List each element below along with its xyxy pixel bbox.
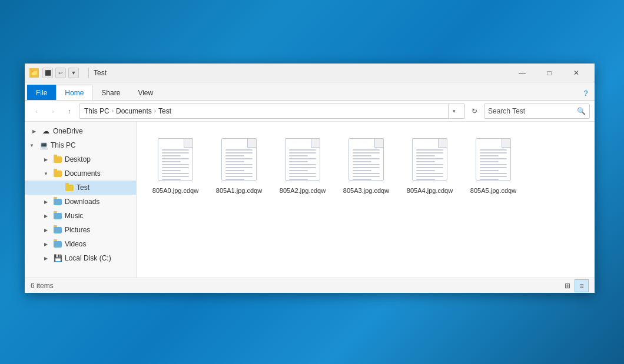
explorer-window: 📁 ⬛ ↩ ▼ Test — □ ✕ File Home Share View … xyxy=(25,64,595,293)
doc-icon xyxy=(158,138,193,181)
tab-share[interactable]: Share xyxy=(92,85,129,100)
doc-line-short xyxy=(289,161,308,162)
doc-line xyxy=(480,152,507,153)
address-box[interactable]: This PC › Documents › Test ▾ xyxy=(79,103,465,119)
doc-line xyxy=(225,152,253,153)
expander-pictures: ▶ xyxy=(41,225,51,235)
quick-access-toolbar: ⬛ ↩ ▼ xyxy=(42,68,79,78)
quick-btn-2[interactable]: ↩ xyxy=(55,68,66,78)
address-dropdown-btn[interactable]: ▾ xyxy=(448,103,460,119)
sidebar-item-documents[interactable]: ▼ Documents xyxy=(25,166,136,181)
sidebar-item-test[interactable]: ▶ Test xyxy=(25,181,136,195)
breadcrumb-documents[interactable]: Documents xyxy=(116,107,152,115)
doc-line xyxy=(353,173,380,174)
test-folder-icon xyxy=(65,183,74,192)
doc-line-short xyxy=(162,155,181,156)
doc-line xyxy=(353,149,380,151)
doc-line xyxy=(353,176,380,177)
doc-line-short xyxy=(480,155,499,156)
minimize-button[interactable]: — xyxy=(509,64,536,82)
sidebar-item-music[interactable]: ▶ Music xyxy=(25,209,136,223)
doc-line-short xyxy=(480,179,499,180)
close-button[interactable]: ✕ xyxy=(563,64,590,82)
search-box[interactable]: Search Test 🔍 xyxy=(484,103,590,119)
file-name: 805A2.jpg.cdqw xyxy=(280,186,326,195)
doc-line-short xyxy=(353,155,371,156)
sidebar-label-documents: Documents xyxy=(65,169,101,178)
doc-line xyxy=(225,164,253,165)
doc-line xyxy=(480,158,507,159)
breadcrumb-this-pc[interactable]: This PC xyxy=(84,107,109,115)
refresh-button[interactable]: ↻ xyxy=(467,104,482,118)
breadcrumb-test[interactable]: Test xyxy=(158,107,171,115)
doc-line-short xyxy=(162,161,181,162)
sidebar-label-local-disk: Local Disk (C:) xyxy=(65,254,111,262)
file-item-f1[interactable]: 805A1.jpg.cdqw xyxy=(210,131,268,198)
onedrive-icon: ☁ xyxy=(41,126,51,136)
doc-line-short xyxy=(289,179,308,180)
back-button[interactable]: ‹ xyxy=(29,104,44,118)
doc-lines xyxy=(353,149,380,181)
sidebar-item-onedrive[interactable]: ▶ ☁ OneDrive xyxy=(25,124,136,138)
doc-line xyxy=(289,167,316,168)
sidebar-label-this-pc: This PC xyxy=(51,141,76,149)
doc-line xyxy=(480,149,507,151)
help-button[interactable]: ? xyxy=(579,87,592,100)
tab-view[interactable]: View xyxy=(129,85,162,100)
doc-line xyxy=(162,167,189,168)
file-item-f2[interactable]: 805A2.jpg.cdqw xyxy=(273,131,332,198)
forward-button[interactable]: › xyxy=(46,104,60,118)
doc-line xyxy=(289,149,316,151)
doc-line xyxy=(480,173,507,174)
search-icon[interactable]: 🔍 xyxy=(577,107,586,115)
doc-line xyxy=(416,164,443,165)
file-item-f0[interactable]: 805A0.jpg.cdqw xyxy=(146,131,205,198)
doc-line xyxy=(289,176,316,177)
file-name: 805A0.jpg.cdqw xyxy=(152,186,198,195)
ribbon: File Home Share View ? xyxy=(25,82,595,101)
sidebar-label-pictures: Pictures xyxy=(65,226,90,234)
this-pc-icon: 💻 xyxy=(39,141,48,150)
file-name: 805A1.jpg.cdqw xyxy=(216,186,262,195)
file-item-f5[interactable]: 805A5.jpg.cdqw xyxy=(464,131,523,198)
doc-line-short xyxy=(289,155,308,156)
doc-line xyxy=(162,164,189,165)
doc-line-short xyxy=(416,161,435,162)
doc-line xyxy=(225,158,253,159)
sidebar-item-pictures[interactable]: ▶ Pictures xyxy=(25,223,136,237)
list-view-button[interactable]: ≡ xyxy=(575,279,589,292)
grid-view-button[interactable]: ⊞ xyxy=(560,279,575,292)
doc-lines xyxy=(416,149,443,181)
file-icon-wrapper xyxy=(154,135,197,184)
up-button[interactable]: ↑ xyxy=(62,104,77,118)
sidebar-label-test: Test xyxy=(77,183,89,192)
doc-line xyxy=(416,173,443,174)
sidebar-item-downloads[interactable]: ▶ Downloads xyxy=(25,195,136,209)
doc-line xyxy=(162,149,189,151)
doc-line-short xyxy=(480,161,499,162)
tab-home[interactable]: Home xyxy=(56,85,92,100)
status-bar: 6 items ⊞ ≡ xyxy=(25,278,595,293)
sidebar-item-this-pc[interactable]: ▼ 💻 This PC xyxy=(25,138,136,152)
tab-file[interactable]: File xyxy=(27,85,56,100)
doc-lines xyxy=(289,149,316,181)
maximize-button[interactable]: □ xyxy=(536,64,563,82)
sidebar-item-desktop[interactable]: ▶ Desktop xyxy=(25,152,136,166)
doc-line xyxy=(416,176,443,177)
file-item-f3[interactable]: 805A3.jpg.cdqw xyxy=(337,131,396,198)
quick-btn-3[interactable]: ▼ xyxy=(68,68,79,78)
sidebar-item-videos[interactable]: ▶ Videos xyxy=(25,237,136,251)
file-item-f4[interactable]: 805A4.jpg.cdqw xyxy=(400,131,459,198)
file-name: 805A4.jpg.cdqw xyxy=(407,186,453,195)
item-count: 6 items xyxy=(31,282,54,290)
breadcrumb: This PC › Documents › Test xyxy=(84,107,171,115)
doc-line xyxy=(225,176,253,177)
doc-line xyxy=(416,152,443,153)
doc-line-short xyxy=(416,179,435,180)
quick-btn-1[interactable]: ⬛ xyxy=(42,68,53,78)
file-icon-wrapper xyxy=(409,135,451,184)
sidebar-item-local-disk[interactable]: ▶ 💾 Local Disk (C:) xyxy=(25,251,136,265)
title-bar-separator xyxy=(88,68,89,78)
doc-lines xyxy=(480,149,507,181)
file-name: 805A3.jpg.cdqw xyxy=(343,186,389,195)
